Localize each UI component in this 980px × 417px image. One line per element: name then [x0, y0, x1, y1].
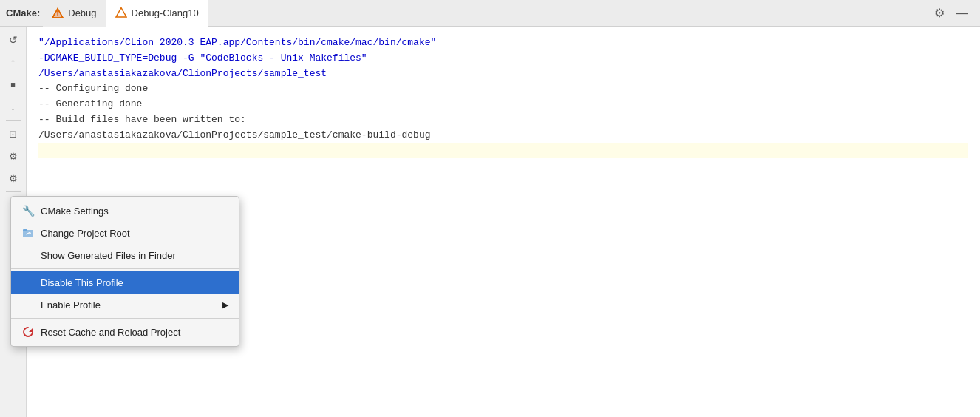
up-arrow-icon: ↑ — [10, 56, 16, 68]
svg-marker-11 — [29, 328, 33, 332]
minimize-button[interactable]: — — [953, 4, 971, 23]
no-icon-disable-profile — [21, 276, 35, 289]
toolbar-separator-1 — [6, 120, 21, 121]
minus-icon: — — [956, 7, 968, 19]
no-icon-show-generated — [21, 248, 35, 262]
svg-point-3 — [57, 10, 58, 12]
cmake-label: CMake: — [6, 7, 40, 18]
submenu-arrow-icon: ▶ — [222, 300, 228, 310]
log-line-2: -DCMAKE_BUILD_TYPE=Debug -G "CodeBlocks … — [38, 52, 367, 64]
cmake-triangle-icon-clang — [115, 7, 127, 18]
no-icon-enable-profile — [21, 298, 35, 311]
context-menu: 🔧 CMake Settings Change Project Root Sho… — [10, 196, 239, 347]
menu-label-show-generated-files: Show Generated Files in Finder — [41, 250, 228, 261]
log-line-3: /Users/anastasiakazakova/ClionProjects/s… — [38, 68, 327, 79]
log-line-8 — [38, 143, 968, 159]
log-line-6: -- Build files have been written to: — [38, 114, 246, 125]
log-line-7: /Users/anastasiakazakova/ClionProjects/s… — [38, 129, 431, 140]
folder-edit-icon — [21, 226, 35, 240]
menu-item-change-project-root[interactable]: Change Project Root — [11, 222, 239, 244]
log-line-5: -- Generating done — [38, 98, 142, 109]
reload-button[interactable]: ↺ — [3, 30, 24, 50]
copy-icon: ⊡ — [9, 129, 17, 140]
settings-icon-1: ⚙ — [9, 151, 18, 162]
svg-rect-8 — [23, 229, 27, 231]
menu-label-cmake-settings: CMake Settings — [41, 206, 228, 217]
gear-icon: ⚙ — [934, 7, 945, 19]
folder-edit-svg — [22, 227, 34, 239]
copy-button[interactable]: ⊡ — [3, 123, 24, 144]
menu-item-reset-cache[interactable]: Reset Cache and Reload Project — [11, 321, 239, 343]
cmake-triangle-icon-debug — [52, 7, 64, 19]
menu-label-enable-profile: Enable Profile — [41, 299, 217, 311]
scroll-up-button[interactable]: ↑ — [3, 52, 24, 72]
wrench-icon: 🔧 — [21, 204, 35, 217]
reset-svg — [22, 326, 34, 338]
menu-item-cmake-settings[interactable]: 🔧 CMake Settings — [11, 200, 239, 222]
tab-debug-label: Debug — [68, 7, 96, 18]
settings-button-1[interactable]: ⚙ — [3, 146, 24, 166]
reload-icon: ↺ — [9, 34, 18, 46]
toolbar-separator-2 — [6, 191, 21, 192]
gear-button[interactable]: ⚙ — [931, 3, 947, 23]
stop-button[interactable]: ■ — [3, 74, 24, 95]
menu-label-reset-cache: Reset Cache and Reload Project — [41, 327, 228, 338]
tab-debug[interactable]: Debug — [43, 0, 106, 27]
menu-label-change-project-root: Change Project Root — [41, 228, 228, 239]
tab-bar: CMake: Debug Debug-Clang10 ⚙ — [0, 0, 980, 27]
settings-icon-2: ⚙ — [9, 173, 18, 184]
log-line-4: -- Configuring done — [38, 83, 148, 94]
menu-separator-2 — [11, 318, 239, 319]
menu-label-disable-profile: Disable This Profile — [41, 277, 228, 288]
menu-item-show-generated-files[interactable]: Show Generated Files in Finder — [11, 244, 239, 266]
down-arrow-icon: ↓ — [10, 101, 16, 112]
log-line-1: "/Applications/CLion 2020.3 EAP.app/Cont… — [38, 37, 436, 48]
svg-marker-6 — [116, 8, 126, 18]
reset-icon — [21, 325, 35, 339]
menu-item-enable-profile[interactable]: Enable Profile ▶ — [11, 294, 239, 316]
stop-icon: ■ — [10, 80, 16, 89]
tab-debug-clang10-label: Debug-Clang10 — [132, 7, 199, 18]
menu-separator-1 — [11, 268, 239, 269]
settings-button-2[interactable]: ⚙ — [3, 168, 24, 189]
tab-debug-clang10[interactable]: Debug-Clang10 — [106, 0, 208, 27]
tab-bar-actions: ⚙ — — [931, 3, 980, 23]
scroll-down-button[interactable]: ↓ — [3, 96, 24, 117]
menu-item-disable-profile[interactable]: Disable This Profile — [11, 271, 239, 294]
